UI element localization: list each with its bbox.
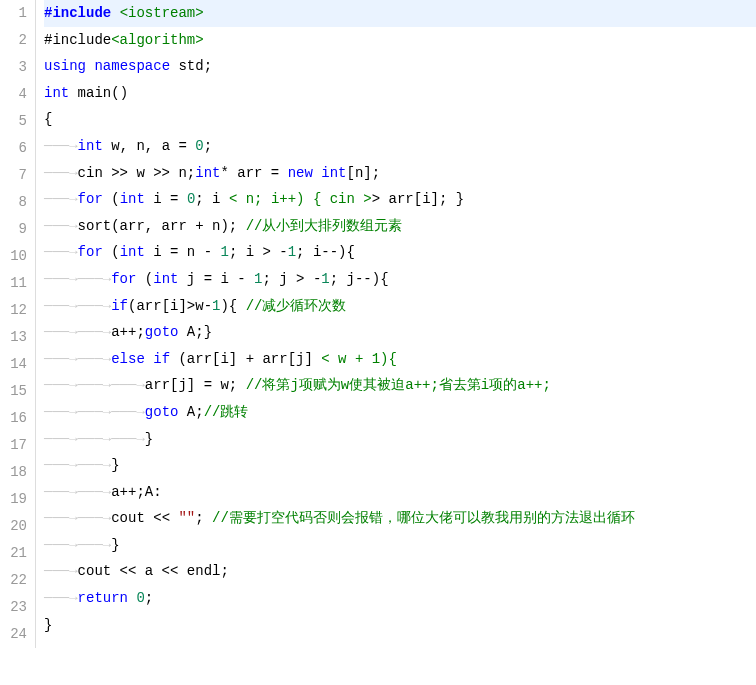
token: cout << [111,510,178,526]
token: return [78,590,128,606]
line-number: 10 [0,243,35,270]
token: ───→───→ [44,324,111,340]
line-number: 16 [0,405,35,432]
code-line[interactable]: ───→sort(arr, arr + n); //从小到大排列数组元素 [44,213,756,240]
code-line[interactable]: ───→cout << a << endl; [44,558,756,585]
token: (arr[i]>w- [128,298,212,314]
token: ; j > - [263,271,322,287]
token: cin >> w >> n; [78,165,196,181]
token: ───→ [44,244,78,260]
code-line[interactable]: ───→for (int i = n - 1; i > -1; i--){ [44,239,756,266]
code-line[interactable]: ───→───→else if (arr[i] + arr[j] < w + 1… [44,346,756,373]
code-line[interactable]: #include <iostream> [44,0,756,27]
token: ( [103,191,120,207]
code-line[interactable]: using namespace std; [44,53,756,80]
line-number: 3 [0,54,35,81]
token: w, n, a = [103,138,195,154]
token: std; [170,58,212,74]
code-line[interactable]: ───→───→───→goto A;//跳转 [44,399,756,426]
line-number: 14 [0,351,35,378]
token: 1 [321,271,329,287]
line-number: 21 [0,540,35,567]
code-line[interactable]: ───→───→} [44,452,756,479]
line-number: 1 [0,0,35,27]
token: (arr[i] + arr[j] [170,351,321,367]
token: } [145,431,153,447]
token: goto [145,404,179,420]
line-number: 6 [0,135,35,162]
token: ; [195,510,212,526]
code-line[interactable]: ───→───→───→arr[j] = w; //将第j项赋为w使其被迫a++… [44,372,756,399]
token: "" [178,510,195,526]
code-line[interactable]: int main() [44,80,756,107]
token: ───→ [44,563,78,579]
token: ; [145,590,153,606]
token: int [120,244,145,260]
token: cout << a << endl; [78,563,229,579]
code-line[interactable]: ───→───→if(arr[i]>w-1){ //减少循环次数 [44,293,756,320]
code-line[interactable]: { [44,106,756,133]
token: namespace [94,58,170,74]
code-editor: 123456789101112131415161718192021222324 … [0,0,756,648]
token: ───→───→ [44,298,111,314]
line-number: 20 [0,513,35,540]
token: //将第j项赋为w使其被迫a++;省去第i项的a++; [246,377,551,393]
token: ───→ [44,590,78,606]
token: ───→───→───→ [44,377,145,393]
token: 1 [288,244,296,260]
token: > arr[i]; } [372,191,464,207]
code-line[interactable]: ───→───→cout << ""; //需要打空代码否则会报错，哪位大佬可以… [44,505,756,532]
token: * arr = [220,165,287,181]
line-number: 15 [0,378,35,405]
token: A;} [178,324,212,340]
line-number: 24 [0,621,35,648]
line-number: 9 [0,216,35,243]
token: <algorithm> [111,32,203,48]
code-line[interactable]: ───→───→} [44,532,756,559]
token: int [195,165,220,181]
token: int [120,191,145,207]
code-line[interactable]: } [44,612,756,639]
token: <iostream> [120,5,204,21]
token: ───→ [44,165,78,181]
code-line[interactable]: ───→───→for (int j = i - 1; j > -1; j--)… [44,266,756,293]
token: ; i > - [229,244,288,260]
token: ){ [220,298,245,314]
line-number-gutter: 123456789101112131415161718192021222324 [0,0,36,648]
code-line[interactable]: #include<algorithm> [44,27,756,54]
token: < n; i++) { cin > [229,191,372,207]
token: } [111,457,119,473]
code-line[interactable]: ───→cin >> w >> n;int* arr = new int[n]; [44,160,756,187]
token: int [321,165,346,181]
code-line[interactable]: ───→for (int i = 0; i < n; i++) { cin >>… [44,186,756,213]
line-number: 23 [0,594,35,621]
line-number: 12 [0,297,35,324]
token: //减少循环次数 [246,298,347,314]
code-line[interactable]: ───→return 0; [44,585,756,612]
code-line[interactable]: ───→───→a++;A: [44,479,756,506]
token: #include [44,5,120,21]
code-line[interactable]: ───→int w, n, a = 0; [44,133,756,160]
line-number: 17 [0,432,35,459]
token: 0 [136,590,144,606]
token: main() [69,85,128,101]
token: new [288,165,313,181]
token: ───→ [44,138,78,154]
token: ( [136,271,153,287]
line-number: 2 [0,27,35,54]
token: if [111,298,128,314]
token: ───→───→ [44,537,111,553]
token: ───→───→ [44,510,111,526]
line-number: 13 [0,324,35,351]
code-area[interactable]: #include <iostream>#include<algorithm>us… [36,0,756,648]
token: ; j--){ [330,271,389,287]
token: } [44,617,52,633]
token: else [111,351,145,367]
token: if [153,351,170,367]
code-line[interactable]: ───→───→a++;goto A;} [44,319,756,346]
token: < w + 1){ [321,351,397,367]
token: for [78,191,103,207]
line-number: 7 [0,162,35,189]
line-number: 5 [0,108,35,135]
code-line[interactable]: ───→───→───→} [44,426,756,453]
